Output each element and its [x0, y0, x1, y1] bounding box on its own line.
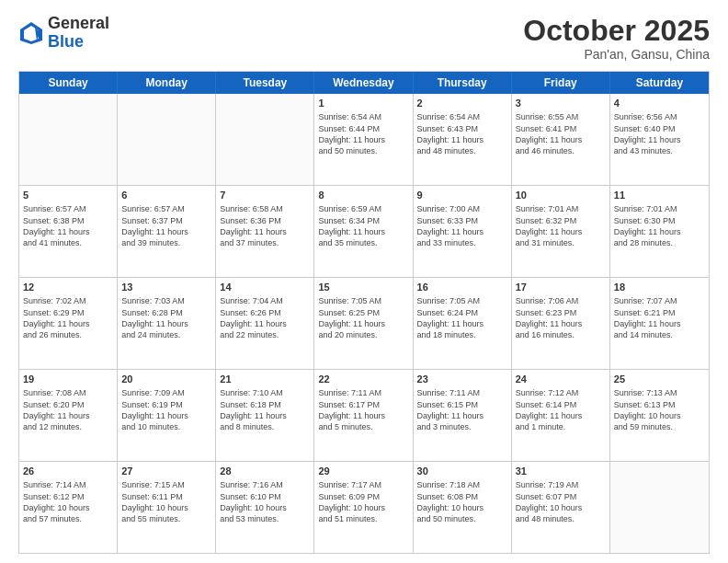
day-number: 7	[220, 189, 310, 201]
day-info: Sunrise: 7:08 AM Sunset: 6:20 PM Dayligh…	[23, 387, 113, 432]
day-info: Sunrise: 7:14 AM Sunset: 6:12 PM Dayligh…	[23, 479, 113, 524]
day-number: 3	[516, 97, 606, 109]
week-row-5: 26Sunrise: 7:14 AM Sunset: 6:12 PM Dayli…	[19, 462, 709, 553]
day-number: 12	[23, 281, 113, 293]
day-header-monday: Monday	[118, 72, 216, 94]
day-info: Sunrise: 7:01 AM Sunset: 6:32 PM Dayligh…	[516, 203, 606, 248]
day-info: Sunrise: 7:11 AM Sunset: 6:17 PM Dayligh…	[318, 387, 408, 432]
week-row-2: 5Sunrise: 6:57 AM Sunset: 6:38 PM Daylig…	[19, 186, 709, 278]
day-number: 8	[318, 189, 408, 201]
day-info: Sunrise: 7:18 AM Sunset: 6:08 PM Dayligh…	[417, 479, 507, 524]
week-row-3: 12Sunrise: 7:02 AM Sunset: 6:29 PM Dayli…	[19, 278, 709, 370]
day-cell: 5Sunrise: 6:57 AM Sunset: 6:38 PM Daylig…	[19, 186, 118, 277]
day-cell: 6Sunrise: 6:57 AM Sunset: 6:37 PM Daylig…	[118, 186, 216, 277]
day-number: 21	[220, 373, 310, 385]
day-number: 10	[516, 189, 606, 201]
day-info: Sunrise: 7:16 AM Sunset: 6:10 PM Dayligh…	[220, 479, 310, 524]
day-info: Sunrise: 6:59 AM Sunset: 6:34 PM Dayligh…	[318, 203, 408, 248]
day-cell: 23Sunrise: 7:11 AM Sunset: 6:15 PM Dayli…	[414, 370, 512, 461]
calendar: SundayMondayTuesdayWednesdayThursdayFrid…	[18, 71, 710, 554]
week-row-1: 1Sunrise: 6:54 AM Sunset: 6:44 PM Daylig…	[19, 94, 709, 186]
logo: General Blue	[18, 15, 109, 52]
day-number: 30	[417, 465, 507, 477]
day-number: 5	[23, 189, 113, 201]
day-number: 13	[121, 281, 211, 293]
day-cell: 13Sunrise: 7:03 AM Sunset: 6:28 PM Dayli…	[118, 278, 216, 369]
logo-general-text: General	[48, 15, 109, 33]
day-number: 22	[318, 373, 408, 385]
day-cell: 1Sunrise: 6:54 AM Sunset: 6:44 PM Daylig…	[314, 94, 413, 185]
day-number: 24	[516, 373, 606, 385]
day-cell: 9Sunrise: 7:00 AM Sunset: 6:33 PM Daylig…	[414, 186, 512, 277]
day-number: 6	[121, 189, 211, 201]
day-cell: 17Sunrise: 7:06 AM Sunset: 6:23 PM Dayli…	[512, 278, 610, 369]
day-headers: SundayMondayTuesdayWednesdayThursdayFrid…	[19, 72, 709, 94]
day-cell: 8Sunrise: 6:59 AM Sunset: 6:34 PM Daylig…	[314, 186, 413, 277]
month-title: October 2025	[523, 15, 710, 47]
day-cell: 22Sunrise: 7:11 AM Sunset: 6:17 PM Dayli…	[314, 370, 413, 461]
day-number: 14	[220, 281, 310, 293]
day-info: Sunrise: 6:58 AM Sunset: 6:36 PM Dayligh…	[220, 203, 310, 248]
day-number: 27	[121, 465, 211, 477]
day-cell: 19Sunrise: 7:08 AM Sunset: 6:20 PM Dayli…	[19, 370, 118, 461]
day-info: Sunrise: 7:09 AM Sunset: 6:19 PM Dayligh…	[121, 387, 211, 432]
day-cell: 10Sunrise: 7:01 AM Sunset: 6:32 PM Dayli…	[512, 186, 610, 277]
day-info: Sunrise: 7:04 AM Sunset: 6:26 PM Dayligh…	[220, 295, 310, 340]
day-cell: 31Sunrise: 7:19 AM Sunset: 6:07 PM Dayli…	[512, 462, 610, 553]
day-header-wednesday: Wednesday	[314, 72, 413, 94]
day-info: Sunrise: 6:55 AM Sunset: 6:41 PM Dayligh…	[516, 111, 606, 156]
day-number: 28	[220, 465, 310, 477]
day-number: 19	[23, 373, 113, 385]
day-cell: 4Sunrise: 6:56 AM Sunset: 6:40 PM Daylig…	[610, 94, 709, 185]
day-number: 20	[121, 373, 211, 385]
day-info: Sunrise: 7:00 AM Sunset: 6:33 PM Dayligh…	[417, 203, 507, 248]
day-info: Sunrise: 7:06 AM Sunset: 6:23 PM Dayligh…	[516, 295, 606, 340]
title-section: October 2025 Pan'an, Gansu, China	[523, 15, 710, 62]
day-cell: 11Sunrise: 7:01 AM Sunset: 6:30 PM Dayli…	[610, 186, 709, 277]
location-subtitle: Pan'an, Gansu, China	[523, 47, 710, 62]
day-number: 25	[614, 373, 705, 385]
day-number: 4	[614, 97, 705, 109]
day-number: 26	[23, 465, 113, 477]
day-info: Sunrise: 7:01 AM Sunset: 6:30 PM Dayligh…	[614, 203, 705, 248]
day-cell: 27Sunrise: 7:15 AM Sunset: 6:11 PM Dayli…	[118, 462, 216, 553]
day-info: Sunrise: 6:54 AM Sunset: 6:44 PM Dayligh…	[318, 111, 408, 156]
day-number: 18	[614, 281, 705, 293]
day-cell: 15Sunrise: 7:05 AM Sunset: 6:25 PM Dayli…	[314, 278, 413, 369]
day-info: Sunrise: 6:57 AM Sunset: 6:38 PM Dayligh…	[23, 203, 113, 248]
day-info: Sunrise: 7:17 AM Sunset: 6:09 PM Dayligh…	[318, 479, 408, 524]
day-header-friday: Friday	[512, 72, 610, 94]
day-number: 17	[516, 281, 606, 293]
day-info: Sunrise: 7:10 AM Sunset: 6:18 PM Dayligh…	[220, 387, 310, 432]
day-cell	[610, 462, 709, 553]
day-info: Sunrise: 7:13 AM Sunset: 6:13 PM Dayligh…	[614, 387, 705, 432]
logo-blue-text: Blue	[48, 33, 109, 52]
day-info: Sunrise: 7:03 AM Sunset: 6:28 PM Dayligh…	[121, 295, 211, 340]
day-header-tuesday: Tuesday	[216, 72, 314, 94]
day-info: Sunrise: 7:11 AM Sunset: 6:15 PM Dayligh…	[417, 387, 507, 432]
day-info: Sunrise: 6:56 AM Sunset: 6:40 PM Dayligh…	[614, 111, 705, 156]
day-cell	[216, 94, 314, 185]
day-number: 9	[417, 189, 507, 201]
week-row-4: 19Sunrise: 7:08 AM Sunset: 6:20 PM Dayli…	[19, 370, 709, 462]
day-cell: 7Sunrise: 6:58 AM Sunset: 6:36 PM Daylig…	[216, 186, 314, 277]
day-number: 16	[417, 281, 507, 293]
calendar-body: 1Sunrise: 6:54 AM Sunset: 6:44 PM Daylig…	[19, 94, 709, 553]
day-info: Sunrise: 7:02 AM Sunset: 6:29 PM Dayligh…	[23, 295, 113, 340]
day-info: Sunrise: 7:05 AM Sunset: 6:25 PM Dayligh…	[318, 295, 408, 340]
day-header-thursday: Thursday	[414, 72, 512, 94]
day-info: Sunrise: 7:05 AM Sunset: 6:24 PM Dayligh…	[417, 295, 507, 340]
day-cell: 18Sunrise: 7:07 AM Sunset: 6:21 PM Dayli…	[610, 278, 709, 369]
day-cell: 16Sunrise: 7:05 AM Sunset: 6:24 PM Dayli…	[414, 278, 512, 369]
day-number: 23	[417, 373, 507, 385]
day-cell: 20Sunrise: 7:09 AM Sunset: 6:19 PM Dayli…	[118, 370, 216, 461]
day-number: 29	[318, 465, 408, 477]
day-number: 2	[417, 97, 507, 109]
day-cell: 12Sunrise: 7:02 AM Sunset: 6:29 PM Dayli…	[19, 278, 118, 369]
day-cell	[118, 94, 216, 185]
day-info: Sunrise: 6:54 AM Sunset: 6:43 PM Dayligh…	[417, 111, 507, 156]
day-header-saturday: Saturday	[610, 72, 709, 94]
logo-text: General Blue	[48, 15, 109, 52]
day-cell: 21Sunrise: 7:10 AM Sunset: 6:18 PM Dayli…	[216, 370, 314, 461]
day-number: 1	[318, 97, 408, 109]
